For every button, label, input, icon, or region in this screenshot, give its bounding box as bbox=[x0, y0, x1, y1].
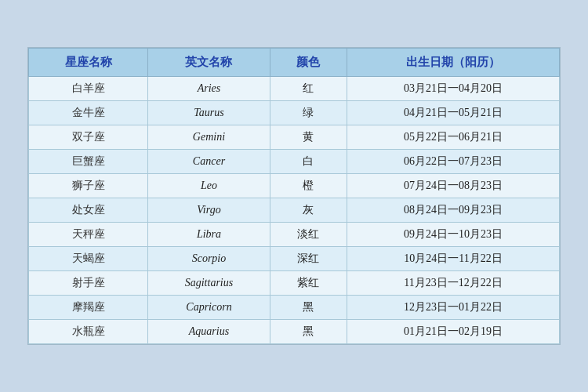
cell-english: Gemini bbox=[148, 125, 270, 150]
cell-english: Sagittarius bbox=[148, 271, 270, 296]
cell-date: 09月24日一10月23日 bbox=[347, 223, 560, 247]
table-row: 狮子座Leo橙07月24日一08月23日 bbox=[29, 174, 560, 198]
cell-chinese: 巨蟹座 bbox=[29, 150, 148, 174]
cell-date: 03月21日一04月20日 bbox=[347, 77, 560, 101]
table-row: 天秤座Libra淡红09月24日一10月23日 bbox=[29, 223, 560, 247]
cell-date: 01月21日一02月19日 bbox=[347, 320, 560, 344]
cell-color: 白 bbox=[270, 150, 347, 174]
cell-color: 黄 bbox=[270, 125, 347, 150]
cell-chinese: 金牛座 bbox=[29, 101, 148, 125]
cell-chinese: 天秤座 bbox=[29, 223, 148, 247]
cell-english: Virgo bbox=[148, 198, 270, 223]
cell-color: 橙 bbox=[270, 174, 347, 198]
cell-chinese: 处女座 bbox=[29, 198, 148, 223]
cell-english: Aries bbox=[148, 77, 270, 101]
cell-date: 11月23日一12月22日 bbox=[347, 271, 560, 296]
header-color: 颜色 bbox=[270, 49, 347, 77]
cell-date: 10月24日一11月22日 bbox=[347, 247, 560, 271]
cell-english: Aquarius bbox=[148, 320, 270, 344]
zodiac-table: 星座名称 英文名称 颜色 出生日期（阳历） 白羊座Aries红03月21日一04… bbox=[28, 48, 560, 344]
table-row: 处女座Virgo灰08月24日一09月23日 bbox=[29, 198, 560, 223]
cell-english: Cancer bbox=[148, 150, 270, 174]
table-row: 白羊座Aries红03月21日一04月20日 bbox=[29, 77, 560, 101]
cell-english: Leo bbox=[148, 174, 270, 198]
cell-color: 黑 bbox=[270, 320, 347, 344]
cell-color: 红 bbox=[270, 77, 347, 101]
header-chinese-name: 星座名称 bbox=[29, 49, 148, 77]
header-english-name: 英文名称 bbox=[148, 49, 270, 77]
header-date: 出生日期（阳历） bbox=[347, 49, 560, 77]
table-header-row: 星座名称 英文名称 颜色 出生日期（阳历） bbox=[29, 49, 560, 77]
cell-color: 灰 bbox=[270, 198, 347, 223]
cell-date: 05月22日一06月21日 bbox=[347, 125, 560, 150]
cell-chinese: 双子座 bbox=[29, 125, 148, 150]
cell-color: 淡红 bbox=[270, 223, 347, 247]
cell-date: 12月23日一01月22日 bbox=[347, 296, 560, 320]
table-row: 金牛座Taurus绿04月21日一05月21日 bbox=[29, 101, 560, 125]
table-row: 双子座Gemini黄05月22日一06月21日 bbox=[29, 125, 560, 150]
table-row: 摩羯座Capricorn黑12月23日一01月22日 bbox=[29, 296, 560, 320]
cell-english: Taurus bbox=[148, 101, 270, 125]
cell-date: 06月22日一07月23日 bbox=[347, 150, 560, 174]
cell-english: Libra bbox=[148, 223, 270, 247]
table-row: 天蝎座Scorpio深红10月24日一11月22日 bbox=[29, 247, 560, 271]
zodiac-table-container: 星座名称 英文名称 颜色 出生日期（阳历） 白羊座Aries红03月21日一04… bbox=[27, 47, 561, 345]
table-body: 白羊座Aries红03月21日一04月20日金牛座Taurus绿04月21日一0… bbox=[29, 77, 560, 344]
cell-color: 黑 bbox=[270, 296, 347, 320]
cell-chinese: 天蝎座 bbox=[29, 247, 148, 271]
cell-date: 08月24日一09月23日 bbox=[347, 198, 560, 223]
table-row: 水瓶座Aquarius黑01月21日一02月19日 bbox=[29, 320, 560, 344]
cell-date: 07月24日一08月23日 bbox=[347, 174, 560, 198]
cell-chinese: 狮子座 bbox=[29, 174, 148, 198]
cell-chinese: 摩羯座 bbox=[29, 296, 148, 320]
cell-chinese: 射手座 bbox=[29, 271, 148, 296]
cell-chinese: 白羊座 bbox=[29, 77, 148, 101]
table-row: 射手座Sagittarius紫红11月23日一12月22日 bbox=[29, 271, 560, 296]
cell-date: 04月21日一05月21日 bbox=[347, 101, 560, 125]
cell-english: Scorpio bbox=[148, 247, 270, 271]
table-row: 巨蟹座Cancer白06月22日一07月23日 bbox=[29, 150, 560, 174]
cell-chinese: 水瓶座 bbox=[29, 320, 148, 344]
cell-english: Capricorn bbox=[148, 296, 270, 320]
cell-color: 深红 bbox=[270, 247, 347, 271]
cell-color: 绿 bbox=[270, 101, 347, 125]
cell-color: 紫红 bbox=[270, 271, 347, 296]
